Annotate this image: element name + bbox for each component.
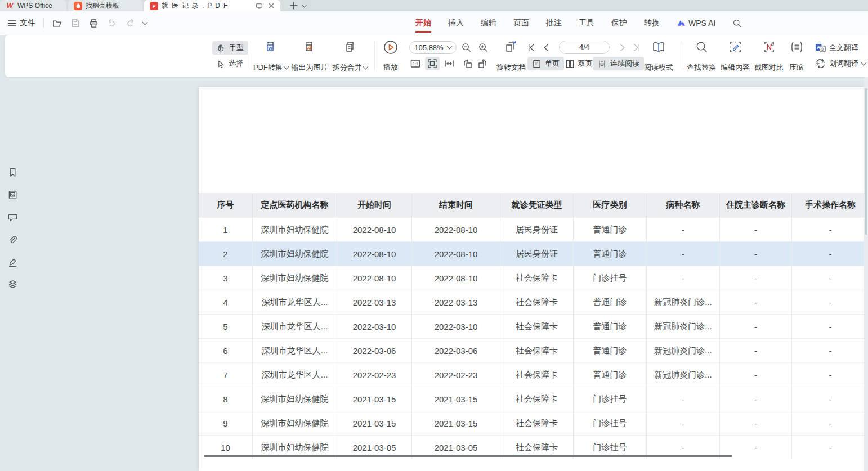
header-cell: 医疗类别 (573, 193, 646, 217)
export-image-button[interactable]: 输出为图片 (288, 40, 332, 72)
first-page-button[interactable] (524, 41, 538, 54)
read-mode-button[interactable]: 阅读模式 (637, 40, 680, 72)
rotate-left-button[interactable] (460, 57, 475, 70)
open-folder-icon[interactable] (52, 18, 62, 29)
play-button[interactable]: 播放 (373, 40, 408, 72)
menu-tab-home[interactable]: 开始 (415, 18, 431, 28)
export-image-icon (302, 40, 317, 55)
table-cell: 2022-03-10 (337, 314, 411, 338)
tab-docer-templates[interactable]: 找稻壳模板 (68, 0, 142, 11)
book-icon (651, 40, 666, 55)
table-cell: 5 (199, 314, 252, 338)
document-title: 就医记录.PDF (162, 1, 231, 11)
table-cell: 普通门诊 (573, 338, 646, 362)
bookmark-icon[interactable] (7, 167, 18, 178)
chevron-down-icon (446, 44, 452, 50)
present-to-screen-icon[interactable] (255, 2, 263, 10)
table-cell: 2022-02-23 (337, 362, 411, 387)
menu-tab-convert[interactable]: 转换 (644, 18, 660, 28)
table-cell: 深圳市妇幼保健院 (252, 411, 337, 435)
thumbnails-icon[interactable] (7, 190, 18, 200)
signature-icon[interactable] (7, 257, 18, 268)
continuous-read-button[interactable]: 连续阅读 (593, 57, 644, 70)
quickbar-chevron-icon[interactable] (142, 20, 148, 25)
double-page-label: 双页 (578, 59, 593, 69)
comment-icon[interactable] (7, 212, 18, 223)
close-tab-icon[interactable] (268, 2, 275, 9)
svg-text:文: 文 (816, 62, 820, 66)
zoom-level-select[interactable]: 105.88% (409, 41, 457, 54)
table-cell: 深圳市龙华区人... (252, 314, 337, 338)
menu-tab-protect[interactable]: 保护 (611, 18, 627, 28)
undo-icon[interactable] (107, 18, 117, 28)
redo-icon[interactable] (125, 18, 135, 28)
table-row: 1深圳市妇幼保健院2022-08-102022-08-10居民身份证普通门诊--… (199, 217, 865, 241)
table-cell: - (646, 217, 719, 241)
find-replace-label: 查找替换 (687, 62, 716, 73)
tab-label: 找稻壳模板 (86, 1, 119, 11)
menu-tab-wps-ai[interactable]: WPS AI (677, 19, 715, 28)
table-cell: 深圳市龙华区人... (252, 362, 337, 387)
attachment-icon[interactable] (7, 235, 18, 245)
select-tool-button[interactable]: 选择 (212, 57, 248, 70)
header-cell: 结束时间 (411, 193, 500, 217)
table-row: 7深圳市龙华区人...2022-02-232022-02-23社会保障卡普通门诊… (199, 362, 865, 387)
file-menu-button[interactable]: 文件 (8, 18, 35, 28)
full-translate-icon: A文 (815, 43, 826, 53)
page-number-input[interactable]: 4/4 (559, 41, 610, 54)
menu-search-icon[interactable] (732, 19, 742, 28)
tab-wps-office[interactable]: W WPS Office (0, 0, 66, 11)
single-page-button[interactable]: 单页 (527, 57, 564, 70)
docer-icon (74, 2, 82, 10)
table-cell: 社会保障卡 (500, 290, 573, 314)
tab-document-active[interactable]: P 就医记录.PDF (144, 0, 280, 11)
compress-button[interactable]: 压缩 (777, 40, 816, 72)
fit-page-button[interactable] (425, 57, 440, 70)
table-cell: 深圳市妇幼保健院 (252, 387, 337, 411)
fit-width-icon (444, 58, 455, 69)
vertical-scrollbar[interactable] (864, 77, 868, 471)
menu-tab-page[interactable]: 页面 (513, 18, 529, 28)
fit-width-button[interactable] (442, 57, 457, 70)
zoom-out-button[interactable] (459, 41, 473, 54)
table-cell: 深圳市妇幼保健院 (252, 217, 337, 241)
table-cell: - (719, 411, 791, 435)
table-cell: - (791, 387, 865, 411)
table-cell: - (719, 266, 791, 290)
previous-page-button[interactable] (539, 41, 553, 54)
tab-list-chevron-icon[interactable] (302, 2, 307, 8)
menu-tab-edit[interactable]: 编辑 (481, 18, 496, 28)
menu-tab-annotate[interactable]: 批注 (546, 18, 562, 28)
actual-size-button[interactable]: 1:1 (408, 57, 423, 70)
table-row: 2深圳市妇幼保健院2022-08-102022-08-10居民身份证普通门诊--… (199, 241, 865, 266)
pdf-file-icon: P (150, 2, 158, 10)
next-page-button[interactable] (615, 41, 629, 54)
pdf-convert-icon: W (263, 40, 278, 55)
save-icon[interactable] (70, 18, 80, 28)
header-cell: 手术操作名称 (791, 193, 865, 217)
table-row: 5深圳市龙华区人...2022-03-102022-03-10社会保障卡普通门诊… (199, 314, 865, 338)
zoom-in-icon (478, 42, 489, 53)
table-cell: - (719, 290, 791, 314)
wps-logo-icon: W (6, 2, 14, 10)
chevron-down-icon (363, 64, 369, 70)
new-tab-button[interactable] (290, 2, 298, 10)
table-cell: - (791, 266, 865, 290)
pdf-convert-button[interactable]: W PDF转换 (249, 40, 293, 72)
word-translate-button[interactable]: A文 划词翻译 (815, 57, 866, 70)
table-cell: 3 (199, 266, 252, 290)
print-icon[interactable] (88, 18, 99, 29)
menu-tab-tools[interactable]: 工具 (579, 18, 594, 28)
hand-tool-button[interactable]: 手型 (212, 41, 248, 55)
table-cell: 2022-08-10 (411, 241, 500, 266)
one-to-one-icon: 1:1 (410, 58, 421, 69)
split-merge-button[interactable]: 拆分合并 (328, 40, 372, 72)
layers-icon[interactable] (7, 279, 18, 290)
previous-page-icon (542, 43, 551, 52)
full-translate-button[interactable]: A文 全文翻译 (815, 41, 858, 55)
table-cell: 普通门诊 (573, 217, 646, 241)
table-cell: 2022-08-10 (337, 241, 411, 266)
rotate-right-button[interactable] (476, 57, 490, 70)
scrollbar-thumb[interactable] (865, 88, 867, 235)
menu-tab-insert[interactable]: 插入 (448, 18, 464, 28)
